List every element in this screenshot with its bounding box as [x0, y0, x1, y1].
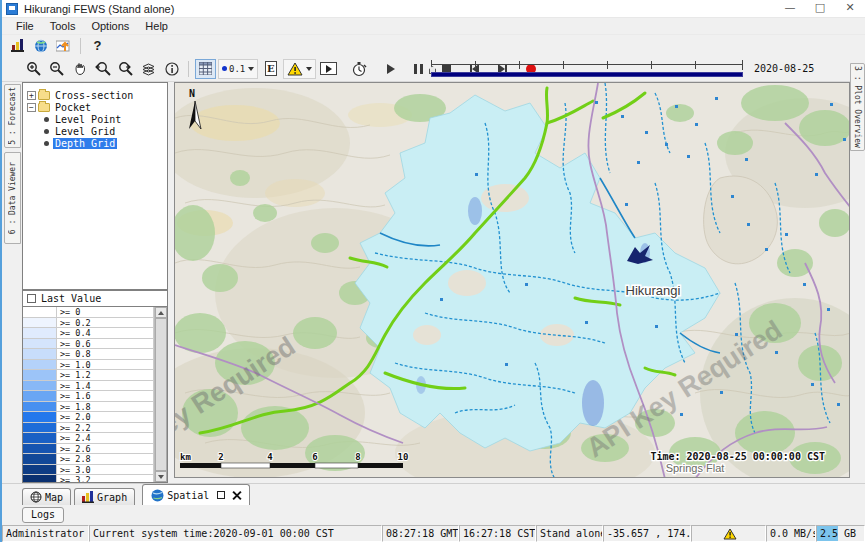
legend-scrollbar[interactable]	[154, 307, 167, 482]
play-box-icon	[320, 62, 337, 75]
tree-item-label: Pocket	[53, 102, 93, 113]
legend-row: >= 3.2	[23, 475, 154, 483]
animation-display-button[interactable]	[318, 59, 339, 79]
legend-row: >= 2.0	[23, 412, 154, 423]
legend-row: >= 0.2	[23, 318, 154, 329]
help-button[interactable]: ?	[87, 36, 108, 56]
tab-graph-label: Graph	[97, 492, 127, 503]
menu-item[interactable]: Options	[83, 20, 137, 32]
town-label: Hikurangi	[626, 283, 681, 298]
minimize-button[interactable]: —	[775, 0, 805, 17]
title-bar: Hikurangi FEWS (Stand alone) — □ ✕	[2, 0, 865, 18]
pan-button[interactable]	[69, 59, 90, 79]
legend-label: >= 1.6	[57, 391, 154, 401]
status-user: Administrator	[2, 525, 89, 542]
tab-forecast[interactable]: 5 : Forecast	[4, 84, 21, 148]
thresholds-warning-dropdown[interactable]	[283, 59, 316, 79]
play-icon	[387, 64, 395, 74]
timer-clock-icon	[351, 61, 367, 77]
info-button[interactable]	[161, 59, 182, 79]
tab-map[interactable]: Map	[22, 488, 71, 505]
tab-data-viewer[interactable]: 6 : Data Viewer	[4, 152, 21, 244]
expand-icon[interactable]: +	[27, 91, 36, 100]
legend-swatch	[23, 307, 57, 317]
legend-label: >= 0.4	[57, 328, 154, 338]
close-panel-icon[interactable]	[232, 491, 241, 500]
tree-item-depth-grid[interactable]: Depth Grid	[23, 137, 167, 149]
tree-item-level-point[interactable]: Level Point	[23, 113, 167, 125]
grid-display-button[interactable]	[195, 59, 216, 79]
tab-plot-overview[interactable]: 3 : Plot Overview	[850, 63, 865, 151]
main-area: 5 : Forecast 6 : Data Viewer + Cross-sec…	[2, 82, 865, 483]
menu-item[interactable]: Tools	[42, 20, 84, 32]
close-button[interactable]: ✕	[835, 0, 865, 17]
tab-graph[interactable]: Graph	[74, 488, 135, 505]
status-warning[interactable]	[691, 525, 766, 542]
legend-label: >= 1.8	[57, 402, 154, 412]
last-value-checkbox[interactable]	[27, 294, 36, 303]
legend-label: >= 2.2	[57, 423, 154, 433]
scroll-thumb[interactable]	[155, 318, 167, 471]
play-button[interactable]	[380, 59, 401, 79]
zoom-next-icon	[118, 61, 134, 76]
layer-tree: + Cross-section − Pocket Level Point Lev…	[22, 82, 168, 290]
grid-icon	[199, 62, 212, 75]
animation-timer-button[interactable]	[348, 59, 369, 79]
legend-swatch	[23, 391, 57, 401]
zoom-next-button[interactable]	[115, 59, 136, 79]
left-tab-strip: 5 : Forecast 6 : Data Viewer	[2, 82, 22, 483]
map-time-label: Time: 2020-08-25 00:00:00 CST	[650, 451, 825, 462]
legend-label: >= 1.2	[57, 370, 154, 380]
timeline-slider[interactable]	[427, 60, 747, 78]
legend-swatch	[23, 433, 57, 443]
legend-label: >= 0.6	[57, 339, 154, 349]
legend-label: >= 3.2	[57, 475, 154, 483]
menu-item[interactable]: Help	[137, 20, 176, 32]
warning-icon	[287, 62, 303, 76]
zoom-out-button[interactable]	[46, 59, 67, 79]
layers-button[interactable]	[138, 59, 159, 79]
legend-swatch	[23, 423, 57, 433]
logs-row: Logs	[2, 505, 865, 525]
tree-item-label: Cross-section	[53, 90, 135, 101]
maximize-button[interactable]: □	[805, 0, 835, 17]
legend-panel: Last Value >= 0 >= 0.2	[22, 290, 168, 483]
tab-spatial[interactable]: Spatial	[142, 484, 250, 505]
legend-checkbox-label: Last Value	[41, 293, 101, 304]
folder-icon	[38, 91, 50, 100]
timeseries-display-button[interactable]	[53, 36, 74, 56]
legend-label: >= 0.2	[57, 318, 154, 328]
svg-text:10: 10	[398, 452, 409, 462]
scroll-down-icon[interactable]	[155, 471, 167, 482]
tree-item-pocket[interactable]: − Pocket	[23, 101, 167, 113]
zoom-previous-button[interactable]	[92, 59, 113, 79]
menu-bar: FileToolsOptionsHelp	[2, 18, 865, 35]
zoom-in-button[interactable]	[23, 59, 44, 79]
maximize-panel-icon[interactable]	[217, 491, 225, 499]
tab-data-viewer-label: 6 : Data Viewer	[8, 162, 17, 234]
svg-text:N: N	[189, 88, 195, 99]
collapse-icon[interactable]: −	[27, 103, 36, 112]
right-tab-strip: 3 : Plot Overview	[850, 56, 865, 483]
database-display-button[interactable]	[7, 36, 28, 56]
tree-item-cross-section[interactable]: + Cross-section	[23, 89, 167, 101]
map-view[interactable]: Hikurangi Springs Flat API Key Required …	[174, 82, 850, 478]
data-viewer-panel: + Cross-section − Pocket Level Point Lev…	[22, 82, 170, 483]
tree-item-level-grid[interactable]: Level Grid	[23, 125, 167, 137]
legend-label: >= 1.0	[57, 360, 154, 370]
blue-globe-icon	[151, 489, 164, 502]
logs-button[interactable]: Logs	[22, 507, 64, 523]
threshold-dropdown[interactable]: 0.1	[218, 59, 258, 79]
zoom-out-icon	[49, 61, 64, 76]
menu-item[interactable]: File	[8, 20, 42, 32]
bottom-tab-bar: Map Graph Spatial	[2, 483, 865, 505]
status-mode: Stand alone	[536, 525, 603, 542]
map-display-button[interactable]	[30, 36, 51, 56]
legend-swatch	[23, 339, 57, 349]
app-icon	[6, 3, 18, 15]
scroll-up-icon[interactable]	[155, 307, 167, 318]
timeline-end-cap	[742, 60, 743, 70]
labels-button[interactable]: E	[260, 59, 281, 79]
timeline-range-bar	[431, 72, 743, 77]
legend-label: >= 1.4	[57, 381, 154, 391]
